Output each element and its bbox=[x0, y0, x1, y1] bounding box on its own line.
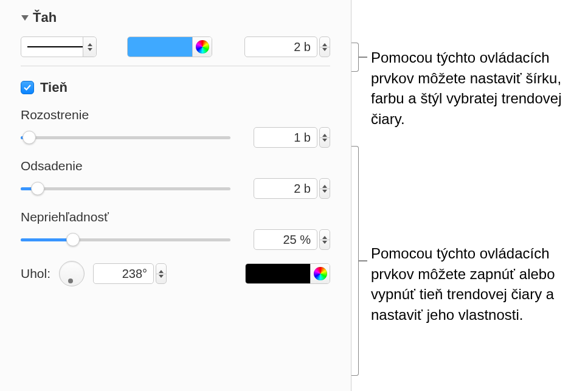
slider-thumb-icon[interactable] bbox=[22, 131, 36, 144]
blur-stepper-buttons[interactable] bbox=[319, 127, 330, 148]
line-sample-icon bbox=[27, 46, 90, 47]
stroke-color-swatch[interactable] bbox=[128, 37, 192, 57]
offset-stepper-buttons[interactable] bbox=[319, 178, 330, 199]
svg-marker-8 bbox=[322, 190, 327, 193]
shadow-callout-text: Pomocou týchto ovládacích prvkov môžete … bbox=[371, 243, 578, 325]
svg-marker-6 bbox=[322, 139, 327, 142]
svg-marker-2 bbox=[88, 48, 92, 51]
blur-label: Rozostrenie bbox=[21, 108, 330, 122]
opacity-label: Nepriehľadnosť bbox=[21, 210, 330, 224]
stroke-width-stepper: 2 b bbox=[244, 36, 330, 57]
color-wheel-icon bbox=[314, 267, 327, 280]
blur-control: Rozostrenie 1 b bbox=[21, 108, 330, 148]
svg-marker-1 bbox=[88, 43, 92, 46]
blur-slider[interactable] bbox=[21, 130, 230, 145]
inspector-panel: Ťah 2 b bbox=[0, 0, 351, 391]
svg-marker-0 bbox=[21, 15, 29, 21]
angle-dial[interactable] bbox=[59, 261, 85, 286]
angle-stepper-buttons[interactable] bbox=[156, 263, 167, 284]
stroke-callout-text: Pomocou týchto ovládacích prvkov môžete … bbox=[371, 47, 578, 129]
shadow-color-picker-button[interactable] bbox=[310, 264, 330, 283]
blur-value-field[interactable]: 1 b bbox=[254, 127, 317, 148]
angle-label: Uhol: bbox=[21, 266, 50, 281]
offset-value-field[interactable]: 2 b bbox=[254, 178, 317, 199]
disclosure-triangle-icon bbox=[21, 14, 29, 21]
stroke-controls-row: 2 b bbox=[21, 36, 330, 57]
color-wheel-icon bbox=[196, 40, 209, 54]
stroke-section-header[interactable]: Ťah bbox=[21, 10, 330, 26]
svg-marker-10 bbox=[322, 241, 327, 244]
svg-marker-9 bbox=[322, 236, 327, 239]
callout-tick-icon bbox=[359, 57, 367, 58]
svg-marker-12 bbox=[159, 275, 164, 278]
shadow-color-control[interactable] bbox=[245, 263, 330, 284]
stroke-width-field[interactable]: 2 b bbox=[244, 36, 317, 57]
svg-marker-4 bbox=[322, 48, 327, 51]
svg-marker-7 bbox=[322, 185, 327, 188]
shadow-color-swatch[interactable] bbox=[246, 264, 310, 283]
stroke-section-label: Ťah bbox=[33, 10, 57, 26]
section-divider bbox=[21, 66, 330, 66]
opacity-stepper-buttons[interactable] bbox=[319, 229, 330, 250]
color-picker-button[interactable] bbox=[192, 37, 212, 57]
callout-tick-icon bbox=[359, 260, 367, 261]
angle-indicator-icon bbox=[68, 279, 73, 283]
angle-control-row: Uhol: 238° bbox=[21, 261, 330, 286]
svg-marker-11 bbox=[159, 270, 164, 273]
stroke-style-popup[interactable] bbox=[21, 36, 97, 57]
shadow-section-label: Tieň bbox=[40, 80, 67, 95]
opacity-control: Nepriehľadnosť 25 % bbox=[21, 210, 330, 250]
stroke-width-stepper-buttons[interactable] bbox=[319, 36, 330, 57]
offset-control: Odsadenie 2 b bbox=[21, 159, 330, 199]
checkmark-icon bbox=[23, 84, 32, 91]
angle-value-field[interactable]: 238° bbox=[93, 263, 154, 284]
callout-bracket-icon bbox=[351, 146, 359, 376]
offset-slider[interactable] bbox=[21, 181, 230, 196]
slider-thumb-icon[interactable] bbox=[31, 182, 44, 195]
stroke-color-control[interactable] bbox=[127, 36, 212, 57]
svg-marker-5 bbox=[322, 134, 327, 137]
opacity-value-field[interactable]: 25 % bbox=[254, 229, 317, 250]
offset-label: Odsadenie bbox=[21, 159, 330, 173]
popup-arrows-icon bbox=[83, 37, 96, 57]
slider-thumb-icon[interactable] bbox=[66, 233, 80, 246]
opacity-slider[interactable] bbox=[21, 232, 230, 247]
shadow-section-header: Tieň bbox=[21, 80, 330, 95]
shadow-checkbox[interactable] bbox=[21, 81, 34, 94]
svg-marker-3 bbox=[322, 43, 327, 46]
callout-bracket-icon bbox=[351, 43, 359, 72]
